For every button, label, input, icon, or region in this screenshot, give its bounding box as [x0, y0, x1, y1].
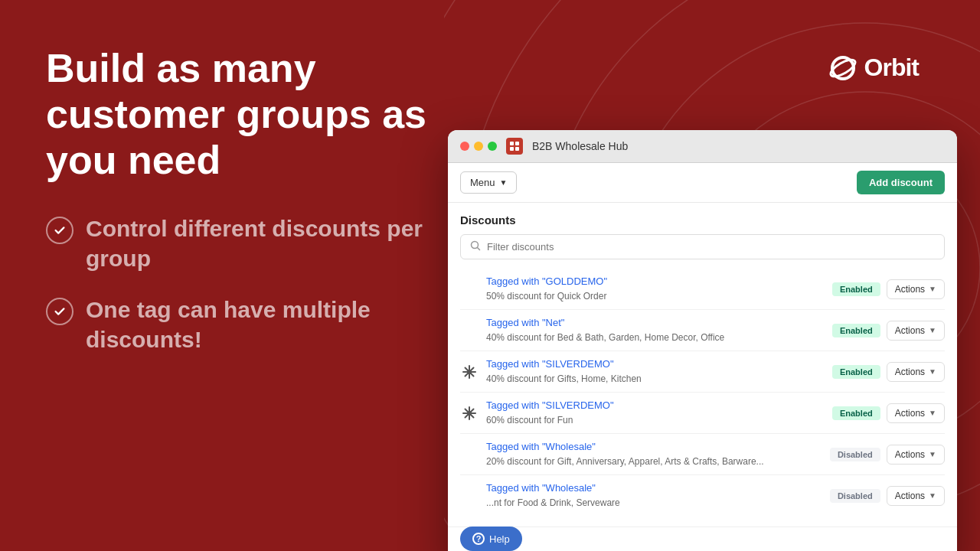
search-input[interactable]	[487, 241, 935, 253]
app-window: B2B Wholesale Hub Menu ▼ Add discount Di…	[448, 130, 957, 551]
row-desc-2: 40% discount for Bed & Bath, Garden, Hom…	[486, 332, 724, 343]
status-badge-2: Enabled	[832, 324, 880, 337]
actions-button-4[interactable]: Actions ▼	[887, 403, 945, 423]
status-badge-6: Disabled	[830, 489, 880, 503]
actions-chevron-icon-5: ▼	[929, 450, 936, 458]
star-icon-4	[460, 404, 479, 422]
row-name-5[interactable]: Tagged with "Wholesale"	[486, 441, 822, 452]
row-name-2[interactable]: Tagged with "Net"	[486, 317, 825, 328]
status-badge-3: Enabled	[832, 365, 880, 379]
app-icon	[506, 138, 523, 155]
actions-button-5[interactable]: Actions ▼	[887, 445, 945, 465]
actions-chevron-icon-2: ▼	[929, 326, 936, 334]
row-desc-4: 60% discount for Fun	[486, 415, 573, 425]
star-icon-3	[460, 363, 479, 381]
svg-rect-11	[510, 147, 514, 151]
row-desc-1: 50% discount for Quick Order	[486, 291, 606, 302]
search-icon	[470, 240, 481, 253]
table-row: Tagged with "Wholesale" 20% discount for…	[460, 434, 945, 475]
table-row: Tagged with "Wholesale" ...nt for Food &…	[460, 475, 945, 516]
svg-point-14	[467, 370, 472, 374]
svg-rect-9	[510, 142, 514, 145]
row-info-1: Tagged with "GOLDDEMO" 50% discount for …	[486, 276, 825, 302]
menu-button[interactable]: Menu ▼	[460, 171, 517, 194]
menu-chevron-icon: ▼	[500, 178, 508, 187]
actions-label-2: Actions	[895, 325, 925, 336]
actions-label-3: Actions	[895, 367, 925, 377]
help-bar: ? Help	[448, 527, 957, 551]
svg-rect-12	[515, 147, 519, 151]
check-icon-1	[46, 217, 74, 244]
row-no-icon-spacer-6	[460, 487, 479, 505]
traffic-light-red[interactable]	[460, 142, 469, 151]
row-name-6[interactable]: Tagged with "Wholesale"	[486, 482, 822, 494]
search-box	[460, 234, 945, 259]
row-info-5: Tagged with "Wholesale" 20% discount for…	[486, 441, 822, 468]
traffic-lights	[460, 142, 497, 151]
bullet-item-1: Control different discounts per group	[46, 214, 429, 273]
table-row: Tagged with "Net" 40% discount for Bed &…	[460, 310, 945, 351]
row-actions-5: Disabled Actions ▼	[830, 445, 945, 465]
svg-point-7	[839, 64, 847, 72]
title-bar: B2B Wholesale Hub	[448, 130, 957, 163]
orbit-logo-icon	[829, 54, 861, 82]
table-row: Tagged with "SILVERDEMO" 60% discount fo…	[460, 393, 945, 434]
background: Build as many customer groups as you nee…	[0, 0, 980, 551]
row-no-icon-spacer-1	[460, 280, 479, 298]
help-label: Help	[489, 533, 510, 545]
bullet-item-2: One tag can have multiple discounts!	[46, 295, 429, 354]
actions-chevron-icon-4: ▼	[929, 409, 936, 417]
bullet-text-2: One tag can have multiple discounts!	[86, 295, 429, 354]
traffic-light-green[interactable]	[488, 142, 497, 151]
orbit-logo-text: Orbit	[864, 54, 919, 82]
table-row: Tagged with "SILVERDEMO" 40% discount fo…	[460, 351, 945, 393]
actions-button-2[interactable]: Actions ▼	[887, 321, 945, 341]
row-name-3[interactable]: Tagged with "SILVERDEMO"	[486, 358, 825, 370]
menu-label: Menu	[470, 177, 495, 188]
table-row: Tagged with "GOLDDEMO" 50% discount for …	[460, 269, 945, 310]
row-actions-1: Enabled Actions ▼	[832, 279, 945, 299]
row-actions-6: Disabled Actions ▼	[830, 486, 945, 506]
main-heading: Build as many customer groups as you nee…	[46, 46, 429, 183]
actions-button-6[interactable]: Actions ▼	[887, 486, 945, 506]
row-info-2: Tagged with "Net" 40% discount for Bed &…	[486, 317, 825, 344]
discounts-title: Discounts	[460, 214, 945, 227]
left-content: Build as many customer groups as you nee…	[46, 46, 429, 354]
orbit-logo: Orbit	[829, 54, 919, 82]
traffic-light-yellow[interactable]	[474, 142, 483, 151]
app-title: B2B Wholesale Hub	[532, 140, 628, 152]
row-info-6: Tagged with "Wholesale" ...nt for Food &…	[486, 482, 822, 509]
actions-button-3[interactable]: Actions ▼	[887, 362, 945, 382]
row-no-icon-spacer-5	[460, 445, 479, 464]
actions-chevron-icon-3: ▼	[929, 367, 936, 376]
check-icon-2	[46, 298, 74, 325]
status-badge-1: Enabled	[832, 282, 880, 296]
actions-label-5: Actions	[895, 449, 925, 460]
toolbar: Menu ▼ Add discount	[448, 163, 957, 203]
actions-button-1[interactable]: Actions ▼	[887, 279, 945, 299]
svg-point-15	[467, 411, 472, 416]
row-info-4: Tagged with "SILVERDEMO" 60% discount fo…	[486, 399, 825, 426]
actions-label-6: Actions	[895, 491, 925, 501]
row-name-1[interactable]: Tagged with "GOLDDEMO"	[486, 276, 825, 287]
actions-chevron-icon-1: ▼	[929, 285, 936, 293]
actions-label-4: Actions	[895, 408, 925, 419]
row-actions-4: Enabled Actions ▼	[832, 403, 945, 423]
row-info-3: Tagged with "SILVERDEMO" 40% discount fo…	[486, 358, 825, 385]
actions-label-1: Actions	[895, 284, 925, 295]
row-no-icon-spacer-2	[460, 321, 479, 340]
help-circle-icon: ?	[472, 533, 485, 545]
help-button[interactable]: ? Help	[460, 527, 522, 551]
row-actions-3: Enabled Actions ▼	[832, 362, 945, 382]
actions-chevron-icon-6: ▼	[929, 491, 936, 500]
row-actions-2: Enabled Actions ▼	[832, 321, 945, 341]
row-desc-5: 20% discount for Gift, Anniversary, Appa…	[486, 456, 764, 467]
add-discount-button[interactable]: Add discount	[857, 171, 945, 194]
status-badge-4: Enabled	[832, 406, 880, 420]
row-name-4[interactable]: Tagged with "SILVERDEMO"	[486, 399, 825, 411]
svg-rect-10	[515, 142, 519, 145]
bullet-list: Control different discounts per group On…	[46, 214, 429, 354]
app-body: Menu ▼ Add discount Discounts	[448, 163, 957, 551]
bullet-text-1: Control different discounts per group	[86, 214, 429, 273]
discounts-section: Discounts Tagged with "GOLDDEM	[448, 203, 957, 527]
